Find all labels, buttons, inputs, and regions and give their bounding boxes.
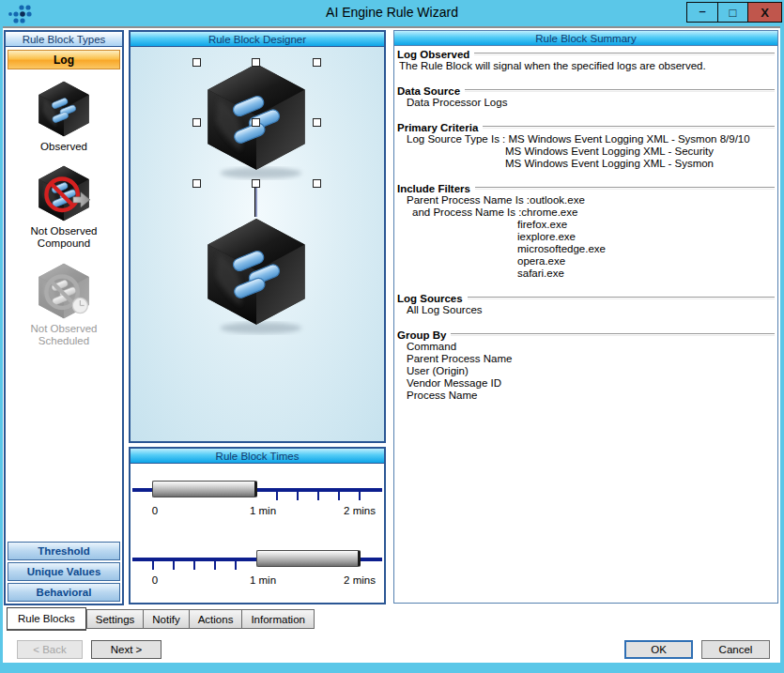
log-cube-banned-clock-icon xyxy=(35,262,93,320)
rule-block-types-header: Rule Block Types xyxy=(6,32,122,47)
selection-handle[interactable] xyxy=(252,118,260,127)
time-slider-1-bar[interactable] xyxy=(152,481,257,497)
selection-handle[interactable] xyxy=(192,179,201,188)
window-controls: – □ X xyxy=(686,2,782,23)
summary-section-title: Group By xyxy=(397,329,775,341)
summary-line: microsoftedge.exe xyxy=(397,243,775,255)
type-item-label: Not Observed Scheduled xyxy=(13,323,115,347)
tick xyxy=(276,492,278,500)
tick xyxy=(193,561,195,570)
wizard-tabbar: Rule Blocks Settings Notify Actions Info… xyxy=(7,607,315,633)
summary-section-title: Include Filters xyxy=(397,182,775,194)
cancel-button[interactable]: Cancel xyxy=(701,640,770,659)
type-item-observed[interactable]: Observed xyxy=(35,80,93,153)
summary-line: Parent Process Name xyxy=(397,353,775,365)
summary-section: Data SourceData Processor Logs xyxy=(397,84,775,109)
designer-canvas[interactable] xyxy=(131,47,384,441)
behavioral-type-button[interactable]: Behavioral xyxy=(8,583,120,602)
log-cube-banned-arrow-icon xyxy=(35,164,93,222)
section-rule-line xyxy=(483,126,775,129)
selection-handle[interactable] xyxy=(192,118,201,127)
summary-section: Log ObservedThe Rule Block will signal w… xyxy=(397,48,775,72)
summary-line: Data Processor Logs xyxy=(397,97,775,109)
summary-section-title: Primary Criteria xyxy=(397,121,775,133)
selection-handle[interactable] xyxy=(313,118,321,127)
summary-line: firefox.exe xyxy=(397,219,775,231)
log-type-button[interactable]: Log xyxy=(8,50,120,69)
summary-line: MS Windows Event Logging XML - Security xyxy=(397,145,775,158)
rule-block-times-panel: Rule Block Times 0 1 min 2 mins xyxy=(129,447,386,604)
summary-line: All Log Sources xyxy=(397,304,775,316)
slider2-label-1min: 1 min xyxy=(250,574,276,586)
summary-line: Command xyxy=(397,341,775,353)
section-rule-line xyxy=(465,89,775,92)
slider2-label-2mins: 2 mins xyxy=(344,574,376,586)
titlebar: AI Engine Rule Wizard – □ X xyxy=(0,0,784,26)
summary-section: Group ByCommandParent Process NameUser (… xyxy=(397,329,775,402)
unique-values-type-button[interactable]: Unique Values xyxy=(8,562,120,581)
summary-line: MS Windows Event Logging XML - Sysmon xyxy=(397,158,775,170)
tick xyxy=(359,492,361,500)
tick xyxy=(214,561,216,570)
log-cube-icon xyxy=(35,80,93,138)
slider2-label-0: 0 xyxy=(152,574,158,586)
selection-handle[interactable] xyxy=(313,179,321,188)
slider1-label-0: 0 xyxy=(152,505,158,516)
rule-block-2-log-observed[interactable] xyxy=(200,215,313,335)
summary-line: Log Source Type Is : MS Windows Event Lo… xyxy=(397,133,775,145)
tab-notify[interactable]: Notify xyxy=(144,609,189,629)
tab-actions[interactable]: Actions xyxy=(190,609,243,629)
tick xyxy=(317,492,319,500)
time-slider-2-bar[interactable] xyxy=(256,550,361,567)
maximize-button[interactable]: □ xyxy=(717,3,747,22)
rule-block-types-panel: Rule Block Types Log Observed Not Observ… xyxy=(4,30,124,605)
selection-handle[interactable] xyxy=(252,179,260,188)
ok-button[interactable]: OK xyxy=(624,640,693,659)
tab-settings[interactable]: Settings xyxy=(86,609,145,629)
rule-block-designer-panel: Rule Block Designer xyxy=(129,30,386,443)
slider1-label-2mins: 2 mins xyxy=(344,505,376,516)
times-body: 0 1 min 2 mins 0 1 min 2 mins xyxy=(131,464,384,603)
close-button[interactable]: X xyxy=(747,3,781,22)
summary-line: and Process Name Is :chrome.exe xyxy=(397,206,775,219)
summary-section-title: Log Observed xyxy=(397,48,775,60)
minimize-button[interactable]: – xyxy=(687,3,717,22)
dialog-content: Rule Block Types Log Observed Not Observ… xyxy=(3,26,780,663)
tick xyxy=(338,492,340,500)
summary-section: Log SourcesAll Log Sources xyxy=(397,292,775,316)
summary-line: User (Origin) xyxy=(397,365,775,377)
rule-block-summary-panel: Rule Block Summary Log ObservedThe Rule … xyxy=(393,30,778,604)
type-item-label: Not Observed Compound xyxy=(13,225,115,250)
next-button[interactable]: Next > xyxy=(91,640,161,659)
tick xyxy=(297,492,299,500)
block-connector-line[interactable] xyxy=(254,185,257,217)
summary-line: Vendor Message ID xyxy=(397,377,775,390)
summary-line: iexplore.exe xyxy=(397,231,775,243)
summary-body: Log ObservedThe Rule Block will signal w… xyxy=(394,46,777,603)
type-item-not-observed-compound[interactable]: Not Observed Compound xyxy=(13,164,115,250)
threshold-type-button[interactable]: Threshold xyxy=(8,542,120,560)
rule-block-designer-header: Rule Block Designer xyxy=(131,32,384,47)
window-title: AI Engine Rule Wizard xyxy=(0,5,784,20)
rule-block-type-list: Observed Not Observed Compound xyxy=(6,71,122,541)
summary-line: Process Name xyxy=(397,390,775,402)
selection-handle[interactable] xyxy=(252,58,260,67)
tick xyxy=(235,561,237,570)
tab-rule-blocks[interactable]: Rule Blocks xyxy=(7,607,86,631)
type-item-label: Observed xyxy=(40,141,87,153)
summary-line: The Rule Block will signal when the spec… xyxy=(397,60,775,72)
summary-section-title: Log Sources xyxy=(397,292,775,304)
tab-information[interactable]: Information xyxy=(242,609,315,629)
selection-handle[interactable] xyxy=(192,58,201,67)
summary-line: safari.exe xyxy=(397,268,775,280)
summary-section: Include FiltersParent Process Name Is :o… xyxy=(397,182,775,280)
ai-engine-rule-wizard-window: AI Engine Rule Wizard – □ X Rule Block T… xyxy=(0,0,784,673)
back-button[interactable]: < Back xyxy=(17,640,83,659)
type-item-not-observed-scheduled[interactable]: Not Observed Scheduled xyxy=(13,262,115,347)
tick xyxy=(173,561,175,570)
section-rule-line xyxy=(451,333,775,336)
section-rule-line xyxy=(475,187,775,190)
summary-line: Parent Process Name Is :outlook.exe xyxy=(397,194,775,206)
section-rule-line xyxy=(468,297,775,299)
selection-handle[interactable] xyxy=(313,58,321,67)
